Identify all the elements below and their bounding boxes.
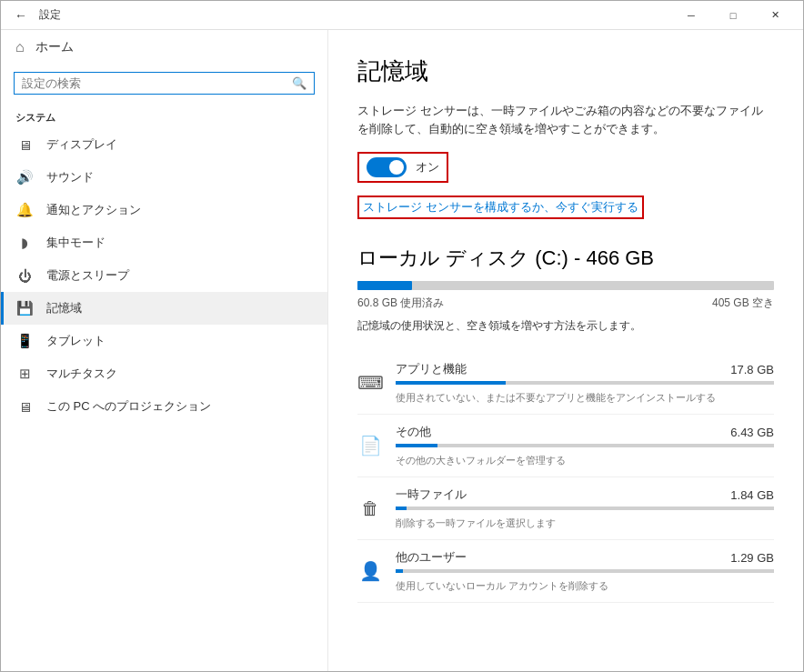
close-button[interactable]: ✕ [754, 1, 796, 30]
disk-free-label: 405 GB 空き [712, 296, 774, 311]
search-input[interactable] [22, 76, 292, 90]
titlebar: ← 設定 ─ □ ✕ [1, 1, 803, 30]
temp-size: 1.84 GB [730, 488, 774, 502]
apps-desc: 使用されていない、または不要なアプリと機能をアンインストールする [396, 392, 716, 403]
storage-sensor-toggle[interactable] [367, 157, 407, 177]
focus-icon: ◗ [15, 235, 34, 251]
window-controls: ─ □ ✕ [670, 1, 796, 30]
section-label: システム [1, 105, 327, 128]
sidebar-label-sound: サウンド [46, 169, 94, 186]
storage-items-list: ⌨ アプリと機能 17.8 GB 使用されていない、または不要なアプリと機能をア… [357, 352, 774, 603]
sidebar: ⌂ ホーム 🔍 システム 🖥 ディスプレイ 🔊 サウンド 🔔 通知とアクション [1, 30, 328, 671]
temp-bar [396, 507, 774, 510]
temp-bar-fill [396, 507, 407, 510]
other-name: その他 [396, 424, 431, 440]
back-button[interactable]: ← [8, 3, 34, 28]
other-header: その他 6.43 GB [396, 424, 774, 440]
content-area: 記憶域 ストレージ センサーは、一時ファイルやごみ箱の内容などの不要なファイルを… [328, 30, 803, 671]
other-users-icon: 👤 [357, 560, 383, 582]
disk-stats: 60.8 GB 使用済み 405 GB 空き [357, 296, 774, 311]
other-users-header: 他のユーザー 1.29 GB [396, 549, 774, 566]
projection-icon: 🖥 [15, 399, 34, 415]
search-box: 🔍 [14, 72, 315, 95]
sidebar-item-multitask[interactable]: ⊞ マルチタスク [1, 357, 327, 390]
sidebar-label-projection: この PC へのプロジェクション [46, 398, 211, 415]
storage-item-temp[interactable]: 🗑 一時ファイル 1.84 GB 削除する一時ファイルを選択します [357, 477, 774, 540]
storage-configure-link[interactable]: ストレージ センサーを構成するか、今すぐ実行する [357, 196, 644, 219]
sidebar-item-power[interactable]: ⏻ 電源とスリープ [1, 259, 327, 292]
sidebar-label-storage: 記憶域 [46, 300, 82, 316]
disk-used-label: 60.8 GB 使用済み [357, 296, 444, 311]
window-title: 設定 [39, 7, 670, 23]
settings-window: ← 設定 ─ □ ✕ ⌂ ホーム 🔍 システム 🖥 ディスプレイ [0, 0, 804, 672]
power-icon: ⏻ [15, 268, 34, 284]
other-users-desc: 使用していないローカル アカウントを削除する [396, 580, 608, 591]
other-users-content: 他のユーザー 1.29 GB 使用していないローカル アカウントを削除する [396, 549, 774, 593]
sidebar-label-tablet: タブレット [46, 333, 106, 349]
disk-usage-bar [357, 281, 774, 290]
multitask-icon: ⊞ [15, 366, 34, 382]
other-bar [396, 444, 774, 447]
apps-size: 17.8 GB [730, 363, 774, 376]
home-icon: ⌂ [15, 39, 25, 55]
other-bar-fill [396, 444, 437, 447]
page-description: ストレージ センサーは、一時ファイルやごみ箱の内容などの不要なファイルを削除して… [357, 102, 774, 137]
other-content: その他 6.43 GB その他の大きいフォルダーを管理する [396, 424, 774, 467]
apps-icon: ⌨ [357, 372, 383, 394]
sidebar-label-focus: 集中モード [46, 235, 106, 251]
maximize-button[interactable]: □ [712, 1, 754, 30]
temp-content: 一時ファイル 1.84 GB 削除する一時ファイルを選択します [396, 486, 774, 530]
sidebar-item-storage[interactable]: 💾 記憶域 [1, 292, 327, 325]
sidebar-label-notifications: 通知とアクション [46, 202, 141, 218]
tablet-icon: 📱 [15, 333, 34, 349]
sidebar-item-sound[interactable]: 🔊 サウンド [1, 161, 327, 194]
storage-item-other[interactable]: 📄 その他 6.43 GB その他の大きいフォルダーを管理する [357, 415, 774, 477]
other-users-name: 他のユーザー [396, 549, 467, 566]
disk-title: ローカル ディスク (C:) - 466 GB [357, 245, 774, 272]
sidebar-label-power: 電源とスリープ [46, 267, 129, 284]
sound-icon: 🔊 [15, 169, 34, 186]
sidebar-item-home[interactable]: ⌂ ホーム [1, 30, 327, 65]
disk-used-bar [357, 281, 412, 290]
sidebar-item-projection[interactable]: 🖥 この PC へのプロジェクション [1, 390, 327, 423]
temp-header: 一時ファイル 1.84 GB [396, 486, 774, 503]
other-desc: その他の大きいフォルダーを管理する [396, 455, 566, 466]
notifications-icon: 🔔 [15, 202, 34, 218]
storage-icon: 💾 [15, 300, 34, 316]
apps-content: アプリと機能 17.8 GB 使用されていない、または不要なアプリと機能をアンイ… [396, 361, 774, 405]
sidebar-item-display[interactable]: 🖥 ディスプレイ [1, 128, 327, 161]
sidebar-item-tablet[interactable]: 📱 タブレット [1, 325, 327, 357]
other-users-size: 1.29 GB [730, 551, 774, 565]
page-title: 記憶域 [357, 55, 774, 87]
apps-bar [396, 381, 774, 385]
temp-icon: 🗑 [357, 498, 383, 519]
main-layout: ⌂ ホーム 🔍 システム 🖥 ディスプレイ 🔊 サウンド 🔔 通知とアクション [1, 30, 803, 671]
storage-item-other-users[interactable]: 👤 他のユーザー 1.29 GB 使用していないローカル アカウントを削除する [357, 540, 774, 603]
display-icon: 🖥 [15, 137, 34, 153]
minimize-button[interactable]: ─ [670, 1, 712, 30]
temp-name: 一時ファイル [396, 486, 467, 503]
apps-name: アプリと機能 [396, 361, 467, 377]
storage-sensor-toggle-row: オン [357, 152, 448, 183]
apps-bar-fill [396, 381, 506, 385]
sidebar-label-display: ディスプレイ [46, 136, 117, 153]
search-icon: 🔍 [292, 76, 307, 90]
apps-header: アプリと機能 17.8 GB [396, 361, 774, 377]
other-icon: 📄 [357, 435, 383, 456]
disk-show-label: 記憶域の使用状況と、空き領域を増やす方法を示します。 [357, 318, 774, 334]
other-users-bar [396, 569, 774, 573]
other-users-bar-fill [396, 569, 403, 573]
sidebar-label-multitask: マルチタスク [46, 366, 117, 382]
sidebar-item-notifications[interactable]: 🔔 通知とアクション [1, 194, 327, 226]
sidebar-item-focus[interactable]: ◗ 集中モード [1, 226, 327, 259]
back-icon: ← [15, 8, 27, 23]
home-label: ホーム [35, 39, 74, 55]
temp-desc: 削除する一時ファイルを選択します [396, 517, 556, 528]
other-size: 6.43 GB [730, 426, 774, 439]
toggle-label: オン [416, 159, 439, 176]
storage-item-apps[interactable]: ⌨ アプリと機能 17.8 GB 使用されていない、または不要なアプリと機能をア… [357, 352, 774, 415]
